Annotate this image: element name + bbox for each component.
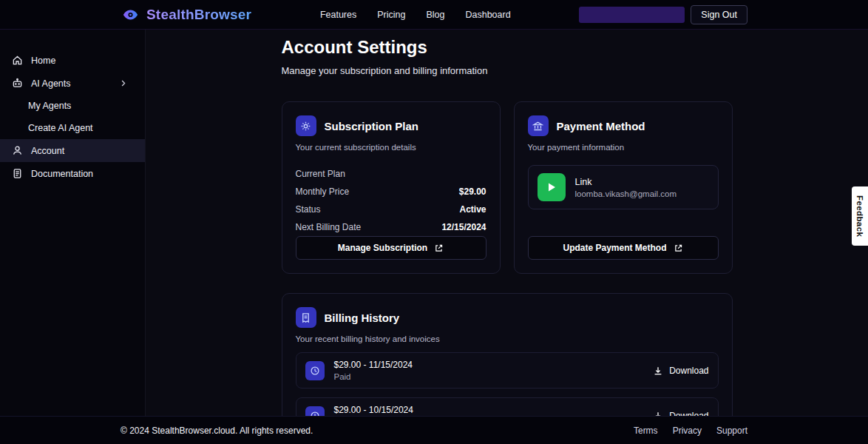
button-label: Update Payment Method — [563, 243, 666, 253]
footer-link-privacy[interactable]: Privacy — [673, 426, 702, 436]
sidebar-item-home[interactable]: Home — [0, 49, 145, 72]
sidebar-item-label: Create AI Agent — [28, 123, 93, 133]
subscription-plan-card: Subscription Plan Your current subscript… — [282, 101, 501, 274]
row-label: Current Plan — [296, 169, 345, 179]
page-title: Account Settings — [282, 37, 733, 58]
invoice-row: $29.00 - 11/15/2024 Paid Download — [296, 352, 719, 388]
card-subtitle: Your payment information — [528, 143, 719, 152]
bank-icon — [528, 115, 549, 136]
footer-link-support[interactable]: Support — [716, 426, 747, 436]
row-value: 12/15/2024 — [441, 222, 486, 232]
sidebar-item-account[interactable]: Account — [0, 139, 145, 162]
user-icon — [12, 145, 23, 156]
invoice-amount-date: $29.00 - 10/15/2024 — [334, 405, 413, 415]
detail-row: Current Plan — [296, 165, 486, 183]
payment-method-card: Payment Method Your payment information … — [514, 101, 733, 274]
doc-icon — [12, 168, 23, 179]
card-title: Billing History — [325, 312, 400, 324]
row-label: Monthly Price — [296, 186, 350, 197]
row-value: Active — [459, 204, 486, 215]
detail-row: Status Active — [296, 201, 486, 218]
sign-out-button[interactable]: Sign Out — [691, 5, 747, 24]
manage-subscription-button[interactable]: Manage Subscription — [296, 236, 486, 260]
detail-row: Next Billing Date 12/15/2024 — [296, 218, 486, 236]
card-subtitle: Your recent billing history and invoices — [296, 334, 719, 343]
external-link-icon — [674, 243, 683, 253]
sidebar-item-label: AI Agents — [31, 78, 71, 89]
link-payment-icon — [538, 173, 566, 201]
copyright-text: © 2024 StealthBrowser.cloud. All rights … — [121, 426, 313, 436]
history-icon — [305, 361, 325, 380]
nav-links: Features Pricing Blog Dashboard — [251, 10, 579, 20]
sidebar-item-label: My Agents — [28, 101, 71, 111]
invoice-status: Paid — [334, 372, 413, 381]
sidebar-item-documentation[interactable]: Documentation — [0, 162, 145, 185]
footer: © 2024 StealthBrowser.cloud. All rights … — [0, 416, 868, 444]
row-value: $29.00 — [459, 186, 486, 197]
sidebar-item-label: Documentation — [31, 169, 93, 179]
footer-link-terms[interactable]: Terms — [634, 426, 658, 436]
nav-link-blog[interactable]: Blog — [426, 10, 444, 20]
sidebar-item-ai-agents[interactable]: AI Agents — [0, 72, 145, 95]
feedback-tab[interactable]: Feedback — [852, 186, 868, 246]
brand-logo[interactable]: StealthBrowser — [121, 7, 251, 23]
eye-logo-icon — [121, 7, 140, 23]
nav-link-pricing[interactable]: Pricing — [377, 10, 405, 20]
sidebar-item-my-agents[interactable]: My Agents — [0, 95, 145, 117]
nav-right-group: Sign Out — [579, 5, 747, 24]
row-label: Next Billing Date — [296, 222, 362, 232]
footer-links: Terms Privacy Support — [634, 426, 747, 436]
download-invoice-button[interactable]: Download — [653, 366, 708, 376]
top-navbar: StealthBrowser Features Pricing Blog Das… — [0, 0, 868, 30]
card-title: Subscription Plan — [325, 120, 419, 132]
sidebar-item-label: Account — [31, 146, 64, 156]
download-label: Download — [669, 366, 708, 376]
nav-link-dashboard[interactable]: Dashboard — [465, 10, 510, 20]
bot-icon — [12, 78, 23, 89]
nav-highlight-box[interactable] — [579, 7, 685, 23]
card-subtitle: Your current subscription details — [296, 143, 486, 152]
payment-method-name: Link — [575, 177, 677, 187]
detail-row: Monthly Price $29.00 — [296, 183, 486, 201]
home-icon — [12, 55, 23, 66]
brand-name: StealthBrowser — [146, 7, 251, 23]
sidebar: Home AI Agents My Agents Create AI Agent — [0, 30, 146, 444]
invoice-amount-date: $29.00 - 11/15/2024 — [334, 360, 413, 370]
update-payment-method-button[interactable]: Update Payment Method — [528, 236, 719, 260]
sidebar-item-create-ai-agent[interactable]: Create AI Agent — [0, 117, 145, 139]
payment-method-email: loomba.vikash@gmail.com — [575, 189, 677, 198]
external-link-icon — [434, 243, 444, 253]
payment-method-row: Link loomba.vikash@gmail.com — [528, 165, 719, 209]
nav-link-features[interactable]: Features — [320, 10, 356, 20]
gear-icon — [296, 115, 316, 136]
card-title: Payment Method — [557, 120, 645, 132]
chevron-right-icon — [119, 79, 127, 87]
sidebar-item-label: Home — [31, 56, 55, 66]
row-label: Status — [296, 204, 321, 215]
receipt-icon — [296, 307, 316, 328]
download-icon — [653, 366, 663, 376]
button-label: Manage Subscription — [338, 243, 427, 253]
page-subtitle: Manage your subscription and billing inf… — [282, 65, 733, 76]
main-content: Account Settings Manage your subscriptio… — [146, 30, 868, 444]
